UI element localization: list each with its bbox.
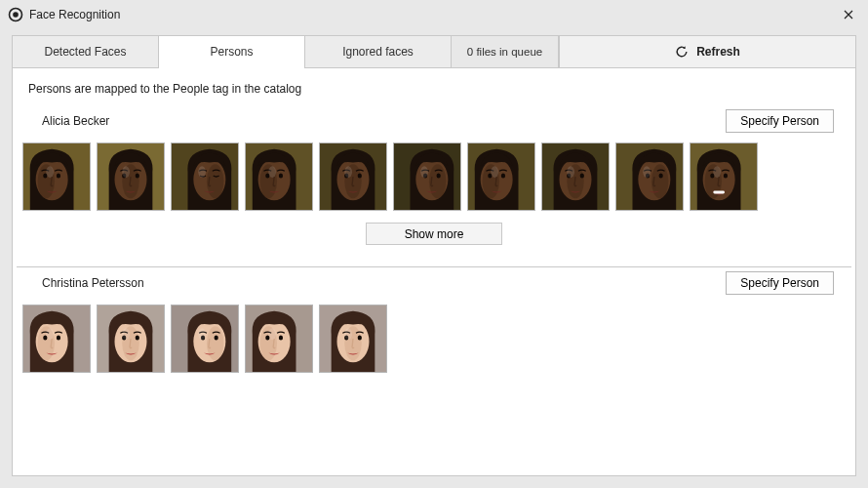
svg-point-29	[344, 166, 352, 178]
close-icon	[844, 10, 853, 20]
svg-point-71	[136, 336, 139, 341]
face-thumbnail[interactable]	[393, 142, 461, 211]
face-thumbnail[interactable]	[541, 142, 610, 211]
svg-point-47	[567, 166, 574, 178]
face-thumbnail[interactable]	[319, 142, 387, 211]
person-section: Christina Petersson Specify Person	[13, 267, 855, 386]
person-header: Christina Petersson Specify Person	[13, 267, 855, 301]
svg-point-41	[491, 166, 498, 178]
window-title: Face Recognition	[29, 8, 120, 21]
svg-point-90	[344, 328, 352, 340]
svg-point-35	[420, 166, 428, 178]
hint-text: Persons are mapped to the People tag in …	[13, 68, 855, 105]
app-icon	[8, 7, 23, 22]
svg-point-40	[501, 174, 505, 179]
content-frame: Detected Faces Persons Ignored faces 0 f…	[12, 35, 856, 476]
face-thumbnail[interactable]	[319, 305, 387, 373]
tab-detected-label: Detected Faces	[44, 45, 126, 59]
face-thumbnail[interactable]	[22, 305, 91, 373]
show-more-button[interactable]: Show more	[366, 223, 502, 245]
person-name: Christina Petersson	[42, 276, 144, 290]
face-recognition-window: Face Recognition Detected Faces Persons …	[0, 0, 868, 488]
svg-point-1	[13, 12, 19, 18]
specify-person-button[interactable]: Specify Person	[726, 271, 834, 295]
face-thumbnail[interactable]	[171, 142, 239, 211]
svg-point-60	[713, 166, 721, 178]
face-thumbnail[interactable]	[97, 305, 165, 373]
svg-point-17	[198, 166, 206, 178]
face-thumbnail[interactable]	[245, 142, 313, 211]
thumbnail-grid	[13, 301, 855, 377]
person-name: Alicia Becker	[42, 114, 109, 128]
svg-point-46	[580, 174, 584, 179]
persons-panel[interactable]: Persons are mapped to the People tag in …	[12, 68, 856, 476]
svg-point-53	[643, 166, 651, 178]
svg-point-12	[136, 174, 139, 179]
person-section: Alicia Becker Specify Person	[13, 105, 855, 266]
svg-point-28	[358, 174, 362, 179]
tab-ignored-label: Ignored faces	[342, 45, 414, 59]
svg-point-6	[57, 174, 60, 179]
svg-point-13	[122, 166, 130, 178]
svg-point-84	[268, 328, 276, 340]
svg-point-83	[279, 336, 283, 341]
titlebar: Face Recognition	[0, 0, 868, 29]
svg-point-34	[437, 174, 441, 179]
tab-persons-label: Persons	[210, 45, 253, 59]
face-thumbnail[interactable]	[22, 142, 91, 211]
svg-point-66	[46, 328, 54, 340]
face-thumbnail[interactable]	[690, 142, 758, 211]
tab-detected-faces[interactable]: Detected Faces	[13, 36, 159, 67]
queue-text: 0 files in queue	[467, 46, 542, 58]
svg-point-7	[46, 166, 54, 178]
thumbnail-grid	[13, 139, 855, 215]
specify-person-button[interactable]: Specify Person	[726, 109, 834, 133]
svg-point-23	[268, 166, 276, 178]
tab-ignored-faces[interactable]: Ignored faces	[305, 36, 452, 67]
show-more-wrap: Show more	[13, 215, 855, 257]
svg-point-65	[57, 336, 60, 341]
svg-point-52	[659, 174, 663, 179]
face-thumbnail[interactable]	[245, 305, 313, 373]
svg-point-58	[724, 174, 728, 179]
svg-point-72	[122, 328, 130, 340]
svg-point-78	[198, 328, 206, 340]
queue-status: 0 files in queue	[452, 36, 559, 67]
refresh-button[interactable]: Refresh	[559, 36, 855, 67]
person-header: Alicia Becker Specify Person	[13, 105, 855, 139]
svg-point-77	[215, 336, 218, 341]
svg-point-22	[279, 174, 283, 179]
svg-point-89	[358, 336, 362, 341]
tab-persons[interactable]: Persons	[159, 36, 305, 67]
face-thumbnail[interactable]	[171, 305, 239, 373]
face-thumbnail[interactable]	[97, 142, 165, 211]
refresh-label: Refresh	[696, 45, 740, 59]
refresh-icon	[675, 45, 689, 59]
close-button[interactable]	[829, 0, 868, 29]
face-thumbnail[interactable]	[467, 142, 535, 211]
topbar: Detected Faces Persons Ignored faces 0 f…	[12, 35, 856, 68]
face-thumbnail[interactable]	[615, 142, 684, 211]
svg-rect-59	[713, 191, 725, 194]
